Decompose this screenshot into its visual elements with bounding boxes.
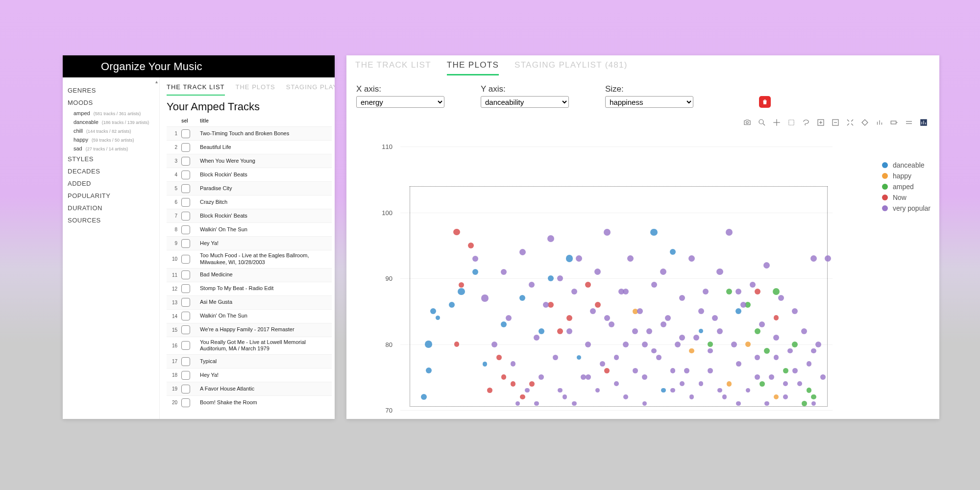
data-point[interactable] bbox=[661, 321, 666, 327]
data-point[interactable] bbox=[783, 368, 788, 373]
data-point[interactable] bbox=[491, 342, 497, 347]
data-point[interactable] bbox=[468, 243, 474, 248]
sidebar-category[interactable]: SOURCES bbox=[68, 214, 159, 226]
data-point[interactable] bbox=[425, 341, 432, 347]
data-point[interactable] bbox=[815, 342, 821, 347]
x-axis-select[interactable]: energy bbox=[356, 96, 444, 108]
data-point[interactable] bbox=[472, 269, 478, 275]
data-point[interactable] bbox=[717, 328, 723, 334]
data-point[interactable] bbox=[675, 342, 681, 347]
row-checkbox[interactable] bbox=[181, 198, 190, 207]
data-point[interactable] bbox=[763, 262, 770, 269]
data-point[interactable] bbox=[773, 288, 780, 295]
size-select[interactable]: happiness bbox=[605, 96, 693, 108]
data-point[interactable] bbox=[646, 328, 652, 334]
sidebar-subitem[interactable]: chill (144 tracks / 82 artists) bbox=[68, 126, 159, 135]
tab-the-plots[interactable]: THE PLOTS bbox=[447, 60, 499, 75]
data-point[interactable] bbox=[623, 342, 629, 347]
table-row[interactable]: 2Beautiful Life bbox=[167, 140, 332, 154]
data-point[interactable] bbox=[623, 394, 628, 399]
data-point[interactable] bbox=[717, 388, 722, 393]
data-point[interactable] bbox=[684, 368, 689, 373]
table-row[interactable]: 11Bad Medicine bbox=[167, 268, 332, 282]
row-checkbox[interactable] bbox=[181, 312, 190, 320]
data-point[interactable] bbox=[670, 368, 676, 373]
data-point[interactable] bbox=[501, 321, 507, 327]
compare-icon[interactable] bbox=[904, 118, 914, 127]
data-point[interactable] bbox=[755, 355, 760, 360]
data-point[interactable] bbox=[566, 328, 572, 334]
sidebar-category[interactable]: DECADES bbox=[68, 165, 159, 177]
sidebar-category[interactable]: DURATION bbox=[68, 202, 159, 214]
tab-staging-playlist-[interactable]: STAGING PLAYLIST (481) bbox=[514, 60, 628, 75]
table-row[interactable]: 13Asi Me Gusta bbox=[167, 295, 332, 309]
table-row[interactable]: 10Too Much Food - Live at the Eagles Bal… bbox=[167, 250, 332, 268]
data-point[interactable] bbox=[553, 355, 558, 360]
row-checkbox[interactable] bbox=[181, 298, 190, 307]
data-point[interactable] bbox=[506, 315, 512, 321]
sidebar-subitem[interactable]: happy (59 tracks / 50 artists) bbox=[68, 135, 159, 144]
data-point[interactable] bbox=[539, 328, 544, 334]
row-checkbox[interactable] bbox=[181, 225, 190, 234]
tab-the-plots[interactable]: THE PLOTS bbox=[236, 83, 275, 96]
data-point[interactable] bbox=[698, 308, 704, 314]
legend-item[interactable]: Now bbox=[882, 194, 931, 201]
data-point[interactable] bbox=[708, 368, 713, 373]
sidebar-subitem[interactable]: amped (581 tracks / 361 artists) bbox=[68, 109, 159, 118]
lasso-icon[interactable] bbox=[801, 118, 811, 127]
row-checkbox[interactable] bbox=[181, 371, 190, 380]
data-point[interactable] bbox=[731, 342, 737, 347]
data-point[interactable] bbox=[421, 394, 427, 400]
data-point[interactable] bbox=[481, 294, 488, 301]
data-point[interactable] bbox=[558, 388, 563, 393]
table-row[interactable]: 4Block Rockin' Beats bbox=[167, 168, 332, 181]
data-point[interactable] bbox=[519, 249, 526, 255]
data-point[interactable] bbox=[472, 256, 478, 262]
data-point[interactable] bbox=[642, 374, 647, 380]
data-point[interactable] bbox=[548, 275, 554, 281]
data-point[interactable] bbox=[755, 289, 760, 294]
row-checkbox[interactable] bbox=[181, 255, 190, 264]
data-point[interactable] bbox=[426, 368, 432, 373]
data-point[interactable] bbox=[642, 342, 648, 347]
spike-icon[interactable] bbox=[875, 118, 884, 127]
row-checkbox[interactable] bbox=[181, 143, 190, 152]
table-row[interactable]: 20Boom! Shake the Room bbox=[167, 395, 332, 409]
data-point[interactable] bbox=[487, 388, 492, 393]
hover-icon[interactable] bbox=[889, 118, 899, 127]
data-point[interactable] bbox=[783, 381, 788, 386]
data-point[interactable] bbox=[604, 229, 611, 236]
row-checkbox[interactable] bbox=[181, 385, 190, 393]
table-row[interactable]: 18Hey Ya! bbox=[167, 368, 332, 382]
sidebar-subitem[interactable]: danceable (186 tracks / 139 artists) bbox=[68, 118, 159, 126]
scroll-up-icon[interactable]: ▴ bbox=[155, 79, 158, 84]
data-point[interactable] bbox=[563, 394, 567, 399]
data-point[interactable] bbox=[600, 361, 605, 367]
data-point[interactable] bbox=[802, 401, 807, 406]
data-point[interactable] bbox=[769, 374, 774, 380]
data-point[interactable] bbox=[458, 288, 465, 295]
data-point[interactable] bbox=[566, 255, 573, 262]
camera-icon[interactable] bbox=[742, 118, 752, 127]
data-point[interactable] bbox=[585, 342, 591, 347]
data-point[interactable] bbox=[566, 315, 572, 321]
zoom-in-icon[interactable] bbox=[816, 118, 826, 127]
box-select-icon[interactable] bbox=[786, 118, 796, 127]
scatter-plot[interactable]: 708090100110danceablehappyampedNowvery p… bbox=[356, 142, 931, 415]
data-point[interactable] bbox=[689, 394, 694, 399]
data-point[interactable] bbox=[632, 328, 638, 334]
row-checkbox[interactable] bbox=[181, 398, 190, 407]
legend-item[interactable]: amped bbox=[882, 183, 931, 191]
y-axis-select[interactable]: danceability bbox=[481, 96, 569, 108]
row-checkbox[interactable] bbox=[181, 270, 190, 279]
legend-item[interactable]: very popular bbox=[882, 204, 931, 212]
selection-box[interactable] bbox=[410, 186, 828, 407]
data-point[interactable] bbox=[712, 315, 718, 321]
data-point[interactable] bbox=[511, 381, 516, 387]
data-point[interactable] bbox=[680, 381, 685, 386]
data-point[interactable] bbox=[689, 348, 694, 354]
data-point[interactable] bbox=[572, 401, 577, 406]
data-point[interactable] bbox=[773, 335, 779, 341]
data-point[interactable] bbox=[792, 342, 798, 347]
data-point[interactable] bbox=[604, 368, 610, 373]
